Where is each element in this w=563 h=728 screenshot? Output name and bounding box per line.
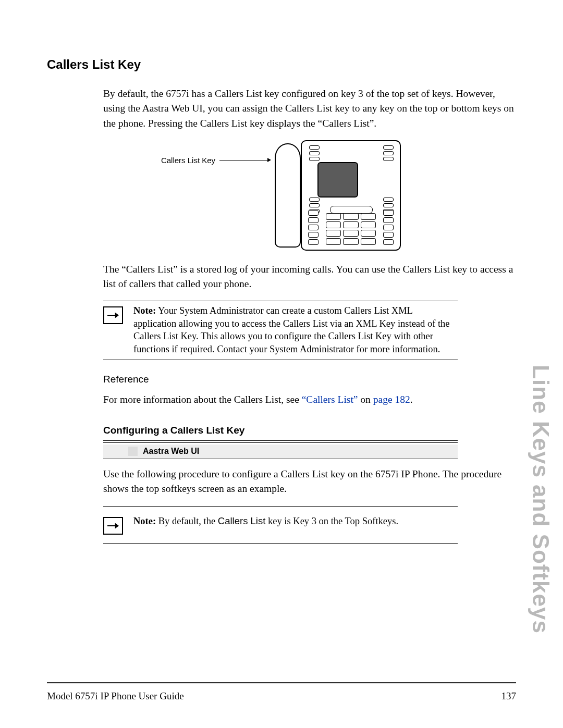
document-page: Line Keys and Softkeys Callers List Key … <box>0 0 563 728</box>
footer-page-number: 137 <box>501 690 517 702</box>
arrow-right-icon <box>103 517 123 535</box>
phone-illustration <box>272 140 402 250</box>
footer-rule <box>47 682 516 685</box>
note-block-1: Note: Your System Administrator can crea… <box>103 301 458 360</box>
note-2-text: Note: By default, the Callers List key i… <box>133 515 398 527</box>
heading-callers-list-key: Callers List Key <box>47 57 516 72</box>
note-1-text: Note: Your System Administrator can crea… <box>133 304 458 355</box>
link-callers-list[interactable]: “Callers List” <box>302 394 358 405</box>
note-block-2: Note: By default, the Callers List key i… <box>103 506 458 544</box>
vertical-section-title: Line Keys and Softkeys <box>528 365 554 634</box>
banner-icon <box>128 447 138 456</box>
banner-aastra-web-ui: Aastra Web UI <box>103 440 458 459</box>
arrow-right-icon <box>103 306 123 324</box>
figure-label: Callers List Key <box>161 156 215 165</box>
paragraph-procedure: Use the following procedure to configure… <box>103 467 516 497</box>
subheading-configuring: Configuring a Callers List Key <box>103 425 516 436</box>
paragraph-description: The “Callers List” is a stored log of yo… <box>103 262 516 292</box>
banner-text: Aastra Web UI <box>143 447 199 456</box>
footer-title: Model 6757i IP Phone User Guide <box>47 690 184 702</box>
paragraph-intro: By default, the 6757i has a Callers List… <box>103 87 516 131</box>
figure-phone: Callers List Key <box>47 140 516 250</box>
figure-callout-line <box>219 160 267 161</box>
link-page-182[interactable]: page 182 <box>373 394 410 405</box>
reference-paragraph: For more information about the Callers L… <box>103 392 516 407</box>
page-footer: Model 6757i IP Phone User Guide 137 <box>47 690 516 702</box>
reference-heading: Reference <box>103 374 516 385</box>
